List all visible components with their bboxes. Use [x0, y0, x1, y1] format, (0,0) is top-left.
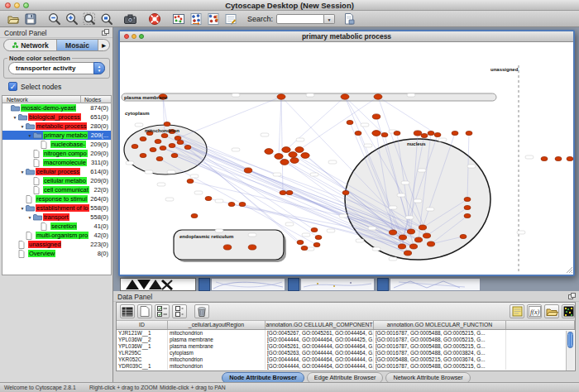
network-node[interactable] [342, 190, 349, 194]
float-panel-icon[interactable] [568, 293, 576, 299]
network-node[interactable] [301, 246, 308, 250]
network-node[interactable] [555, 156, 562, 160]
zoom-out-icon[interactable] [47, 12, 61, 26]
tree-row[interactable]: ▼biological_process651(0) [2, 112, 111, 122]
network-node[interactable] [297, 240, 304, 244]
tree-row[interactable]: cellular metabo209(0) [2, 176, 111, 185]
expander-icon[interactable]: ▼ [26, 133, 33, 138]
tab-mosaic[interactable]: Mosaic [57, 40, 98, 50]
network-node[interactable] [275, 154, 283, 160]
expander-icon[interactable]: ▼ [19, 170, 26, 174]
resize-grip-icon[interactable] [567, 267, 572, 273]
network-node[interactable] [389, 230, 396, 235]
network-node[interactable] [161, 133, 168, 137]
network-node[interactable] [423, 233, 430, 238]
tree-item-label[interactable]: cellular metabo [43, 177, 87, 184]
network-node[interactable] [140, 136, 146, 141]
network-node[interactable] [301, 153, 309, 159]
network-node[interactable] [452, 131, 458, 135]
network-node[interactable] [407, 229, 414, 234]
network-node[interactable] [184, 145, 191, 149]
network-node[interactable] [434, 132, 441, 136]
tree-column-nodes[interactable]: Nodes [84, 97, 101, 103]
window-fragment[interactable] [288, 278, 299, 291]
expander-icon[interactable]: ▼ [12, 115, 18, 120]
window-fragment[interactable] [390, 278, 481, 291]
tree-row[interactable]: secretion41(0) [2, 222, 111, 231]
network-node[interactable] [381, 132, 388, 136]
zoom-fit-icon[interactable] [99, 12, 113, 26]
network-node[interactable] [169, 143, 175, 147]
tab-overflow-arrow-icon[interactable]: ▶ [98, 40, 109, 50]
window-fragment[interactable] [199, 278, 210, 291]
tree-row[interactable]: response to stimul264(0) [2, 194, 111, 203]
network-node[interactable] [280, 160, 289, 165]
network-node[interactable] [464, 197, 471, 201]
select-attributes-icon[interactable] [155, 304, 170, 318]
network-node[interactable] [160, 146, 166, 150]
window-fragment[interactable] [300, 278, 375, 291]
network-node[interactable] [156, 156, 163, 160]
search-dropdown-icon[interactable]: ▼ [324, 14, 335, 24]
zoom-selected-icon[interactable] [82, 12, 96, 26]
network-node[interactable] [132, 144, 138, 148]
network-node[interactable] [341, 94, 349, 100]
network-node[interactable] [265, 149, 273, 155]
network-node[interactable] [150, 147, 156, 151]
network-overview-icon[interactable] [171, 12, 185, 26]
network-node[interactable] [372, 131, 380, 136]
network-canvas-svg[interactable]: plasma membrane cytoplasm mitochondrion … [120, 42, 573, 275]
network-node[interactable] [248, 245, 256, 250]
tree-row[interactable]: macromolecule311(0) [2, 158, 111, 167]
network-node[interactable] [355, 131, 361, 135]
network-node[interactable] [177, 140, 184, 144]
expander-icon[interactable]: ▼ [19, 206, 26, 211]
tree-item-label[interactable]: metabolic process [36, 122, 87, 130]
function-builder-icon[interactable]: f(x) [527, 304, 542, 318]
network-view-window[interactable]: primary metabolic process [118, 30, 575, 276]
attribute-table-header[interactable]: ID _cellularLayoutRegion annotation.GO C… [117, 321, 575, 330]
tree-item-label[interactable]: cellular process [36, 168, 80, 175]
snapshot-icon[interactable] [123, 12, 137, 26]
tree-item-label[interactable]: response to stimul [36, 195, 88, 203]
network-node[interactable] [290, 158, 299, 164]
table-row[interactable]: YPL036W__2plasma membrane[GO:0044444, GO… [117, 337, 575, 343]
network-node[interactable] [464, 205, 471, 209]
tree-item-label[interactable]: cell communicat [43, 186, 89, 194]
help-icon[interactable] [147, 12, 161, 26]
network-node[interactable] [313, 242, 320, 246]
network-node[interactable] [175, 136, 181, 140]
network-node[interactable] [427, 241, 434, 246]
tree-item-label[interactable]: transport [43, 213, 69, 221]
layout-alt-icon[interactable] [206, 12, 220, 26]
tree-item-label[interactable]: Overview [28, 250, 55, 257]
window-fragment[interactable] [120, 278, 196, 291]
tree-item-label[interactable]: multi-organism pro [36, 232, 89, 239]
search-input[interactable] [276, 14, 324, 24]
network-node[interactable] [460, 234, 467, 238]
tree-item-label[interactable]: unassigned [28, 241, 61, 248]
network-node[interactable] [311, 227, 318, 232]
app-titlebar[interactable]: Cytoscape Desktop (New Session) [0, 0, 579, 11]
column-divider[interactable] [80, 96, 81, 103]
network-node[interactable] [419, 225, 426, 230]
tree-row[interactable]: ▼establishment of lo558(0) [2, 203, 111, 213]
attribute-matrix-icon[interactable] [120, 304, 135, 318]
network-node[interactable] [414, 237, 422, 242]
tree-row[interactable]: ▼transport558(0) [2, 213, 111, 222]
network-node[interactable] [239, 202, 246, 206]
network-node[interactable] [277, 94, 285, 100]
network-node[interactable] [295, 147, 304, 153]
expander-icon[interactable]: ▼ [19, 124, 26, 129]
tree-item-label[interactable]: primary metabo [43, 131, 88, 139]
network-node[interactable] [399, 235, 406, 240]
unselect-attributes-icon[interactable] [172, 304, 187, 318]
tree-row[interactable]: Overview8(0) [2, 249, 111, 258]
tree-item-label[interactable]: establishment of lo [36, 204, 89, 212]
network-node[interactable] [205, 196, 212, 200]
network-node[interactable] [541, 156, 548, 160]
tree-row[interactable]: nucleobase-209(0) [2, 140, 111, 149]
tree-item-label[interactable]: nitrogen compo [43, 150, 88, 157]
edit-icon[interactable] [223, 12, 237, 26]
network-node[interactable] [466, 131, 472, 135]
